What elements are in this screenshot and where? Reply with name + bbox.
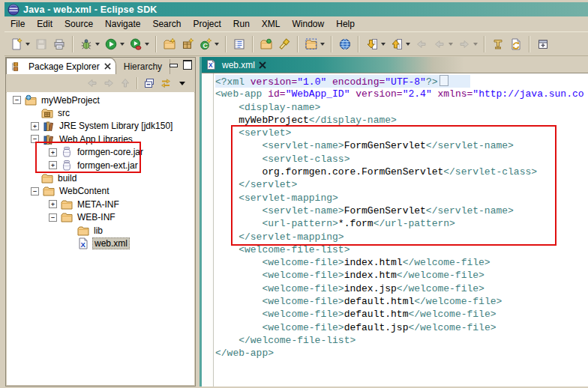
code-line-20[interactable]: <welcome-file>default.jsp</welcome-file>: [215, 321, 588, 334]
tree-item-mywebproject[interactable]: −myWebProject: [7, 94, 194, 106]
dropdown-arrow-icon[interactable]: [320, 43, 325, 46]
dropdown-arrow-icon[interactable]: [120, 43, 124, 46]
menu-file[interactable]: File: [4, 17, 31, 31]
last-edit-location-button[interactable]: [412, 36, 430, 52]
view-menu-button[interactable]: [174, 76, 190, 91]
new-wizard-button[interactable]: [8, 36, 32, 52]
code-line-8[interactable]: org.formgen.core.FormGenServlet</servlet…: [215, 166, 588, 178]
expand-plus-icon[interactable]: +: [49, 148, 57, 157]
search-flashlight-button[interactable]: [275, 36, 293, 52]
tree-item-label[interactable]: lib: [92, 225, 104, 236]
dropdown-arrow-icon[interactable]: [448, 43, 453, 46]
code-line-9[interactable]: </servlet>: [215, 178, 588, 191]
code-line-13[interactable]: </servlet-mapping>: [215, 231, 588, 243]
tree-item-label[interactable]: formgen-ext.jar: [76, 160, 140, 171]
menu-source[interactable]: Source: [58, 17, 99, 31]
run-external-tools-button[interactable]: [127, 36, 152, 52]
forward-button[interactable]: [455, 36, 480, 52]
tree-item-formgen-core.jar[interactable]: +formgen-core.jar: [7, 146, 194, 159]
tree-item-label[interactable]: build: [56, 173, 78, 184]
expand-plus-icon[interactable]: +: [49, 200, 57, 208]
tree-item-label[interactable]: Web App Libraries: [58, 134, 134, 145]
tree-item-web-inf[interactable]: −WEB-INF: [7, 211, 194, 224]
menu-window[interactable]: Window: [286, 17, 331, 31]
dropdown-arrow-icon[interactable]: [406, 43, 410, 46]
code-line-15[interactable]: <welcome-file>index.html</welcome-file>: [215, 256, 588, 269]
minimize-view-icon[interactable]: [170, 61, 177, 68]
code-line-18[interactable]: <welcome-file>default.html</welcome-file…: [215, 295, 588, 308]
link-with-editor-button[interactable]: [158, 76, 174, 91]
back-button[interactable]: [430, 36, 455, 52]
tab-close-icon[interactable]: [259, 61, 266, 69]
code-line-11[interactable]: <servlet-name>FormGenServlet</servlet-na…: [215, 204, 588, 217]
code-line-22[interactable]: </web-app>: [215, 347, 588, 360]
run-button[interactable]: [102, 36, 127, 52]
new-class-button[interactable]: C: [196, 36, 221, 52]
next-annotation-button[interactable]: [363, 36, 388, 52]
menu-run[interactable]: Run: [227, 17, 256, 31]
tree-item-label[interactable]: WEB-INF: [76, 212, 117, 222]
code-line-19[interactable]: <welcome-file>default.htm</welcome-file>: [215, 308, 588, 321]
save-button[interactable]: [32, 36, 50, 52]
dropdown-arrow-icon[interactable]: [26, 43, 30, 46]
menu-help[interactable]: Help: [330, 17, 361, 31]
up-button[interactable]: [117, 76, 134, 91]
code-line-6[interactable]: <servlet-name>FormGenServlet</servlet-na…: [215, 139, 588, 152]
tree-item-webcontent[interactable]: −WebContent: [7, 185, 194, 198]
tree-item-formgen-ext.jar[interactable]: +formgen-ext.jar: [7, 159, 194, 172]
restore-editor-button[interactable]: [534, 36, 552, 52]
dropdown-arrow-icon[interactable]: [214, 43, 219, 46]
tree-item-web-app-libraries[interactable]: −Web App Libraries: [7, 133, 194, 145]
tree-item-label[interactable]: myWebProject: [40, 95, 101, 106]
tree-item-label[interactable]: src: [56, 108, 71, 118]
code-line-16[interactable]: <welcome-file>index.htm</welcome-file>: [215, 269, 588, 282]
tree-item-lib[interactable]: lib: [7, 224, 194, 237]
menu-search[interactable]: Search: [146, 17, 187, 31]
dropdown-arrow-icon[interactable]: [95, 43, 100, 46]
collapse-minus-icon[interactable]: −: [31, 135, 39, 143]
tab-package-explorer[interactable]: Package Explorer: [6, 58, 116, 74]
tree-item-label[interactable]: formgen-core.jar: [76, 147, 145, 157]
expand-plus-icon[interactable]: +: [31, 122, 39, 130]
code-line-21[interactable]: </welcome-file-list>: [215, 334, 588, 347]
tree-item-src[interactable]: src: [7, 106, 194, 119]
code-line-10[interactable]: <servlet-mapping>: [215, 192, 588, 204]
tree-item-label[interactable]: web.xml: [92, 237, 130, 249]
annotation-ruler[interactable]: [202, 73, 214, 387]
tree-item-label[interactable]: JRE System Library [jdk150]: [58, 121, 174, 131]
code-line-14[interactable]: <welcome-file-list>: [215, 243, 588, 256]
tree-item-meta-inf[interactable]: +META-INF: [7, 198, 194, 210]
tree-item-web.xml[interactable]: Xweb.xml: [7, 237, 194, 249]
tree-item-build[interactable]: build: [7, 172, 194, 184]
tree-item-jre-system-library-jdk150-[interactable]: +JRE System Library [jdk150]: [7, 120, 194, 133]
web-browser-button[interactable]: [336, 36, 354, 52]
dropdown-arrow-icon[interactable]: [145, 43, 149, 46]
code-line-5[interactable]: <servlet>: [215, 127, 588, 139]
synchronize-button[interactable]: [507, 36, 525, 52]
forward-button[interactable]: [100, 76, 117, 91]
xml-source-code[interactable]: <?xml version="1.0" encoding="UTF-8"?><w…: [215, 75, 588, 387]
new-web-component-button[interactable]: [160, 36, 178, 52]
debug-button[interactable]: [77, 36, 102, 52]
new-package-button[interactable]: [178, 36, 196, 52]
tab-hierarchy[interactable]: Hierarchy: [116, 59, 170, 74]
expand-plus-icon[interactable]: +: [49, 161, 57, 169]
prev-annotation-button[interactable]: [388, 36, 412, 52]
code-line-3[interactable]: <display-name>: [215, 101, 588, 114]
open-resource-button[interactable]: [257, 36, 275, 52]
menu-project[interactable]: Project: [187, 17, 226, 31]
collapse-all-button[interactable]: [141, 76, 158, 91]
code-line-2[interactable]: <web-app id="WebApp_ID" version="2.4" xm…: [215, 88, 588, 100]
code-line-1[interactable]: <?xml version="1.0" encoding="UTF-8"?>: [215, 75, 470, 88]
collapse-minus-icon[interactable]: −: [31, 187, 39, 195]
code-line-7[interactable]: <servlet-class>: [215, 153, 588, 166]
tab-close-icon[interactable]: [104, 63, 111, 70]
tree-item-label[interactable]: WebContent: [58, 186, 111, 196]
editor-content[interactable]: <?xml version="1.0" encoding="UTF-8"?><w…: [202, 73, 588, 387]
print-button[interactable]: [50, 36, 68, 52]
tree-item-label[interactable]: META-INF: [76, 199, 121, 210]
collapse-minus-icon[interactable]: −: [49, 213, 57, 222]
task-list-button[interactable]: [230, 36, 248, 52]
menu-navigate[interactable]: Navigate: [99, 17, 146, 31]
code-snippet-button[interactable]: [302, 36, 327, 52]
